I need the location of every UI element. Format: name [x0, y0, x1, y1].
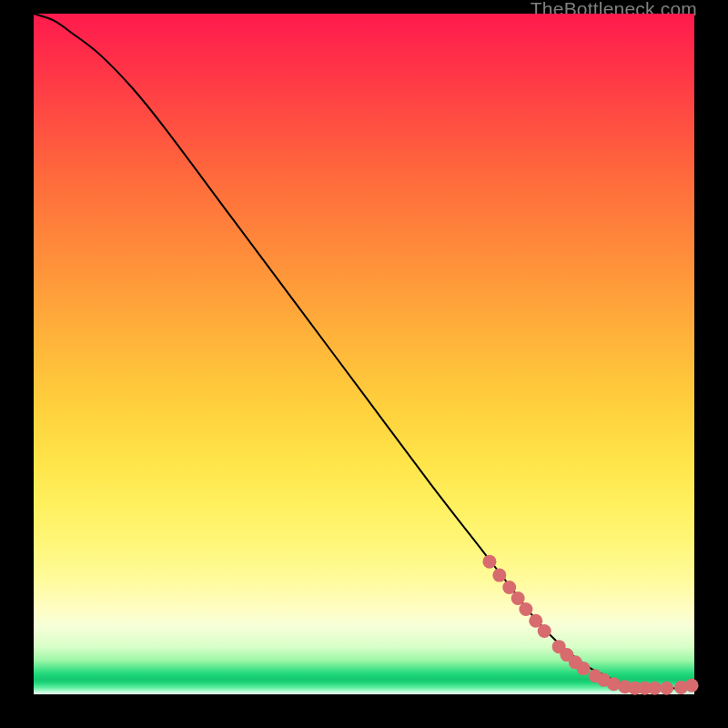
data-dots: [482, 555, 698, 695]
data-dot: [577, 662, 591, 675]
curve-svg: [34, 14, 694, 694]
bottleneck-curve: [34, 14, 694, 688]
chart-stage: TheBottleneck.com: [0, 0, 728, 728]
data-dot: [502, 581, 516, 594]
data-dot: [685, 679, 699, 693]
plot-area: [34, 14, 694, 694]
data-dot: [492, 569, 506, 582]
data-dot: [538, 624, 551, 638]
data-dot: [519, 602, 532, 616]
data-dot: [648, 682, 662, 695]
data-dot: [511, 592, 525, 605]
data-dot: [482, 555, 496, 569]
data-dot: [660, 682, 673, 695]
